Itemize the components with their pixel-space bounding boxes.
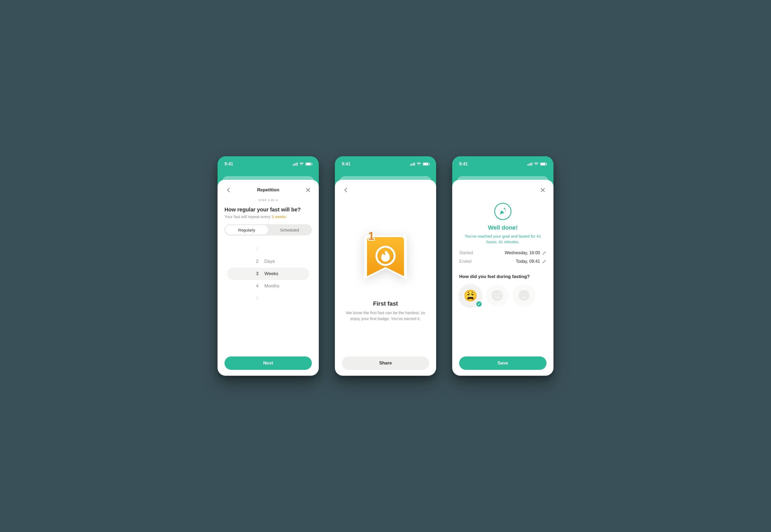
- back-button[interactable]: [342, 186, 349, 194]
- mood-selector: 😩: [459, 284, 546, 307]
- started-row: Started Wednesday, 16:00: [459, 250, 546, 255]
- celebration-icon: [494, 203, 511, 220]
- question-subtitle: Your fast will repeat every 3 weeks: [225, 214, 312, 219]
- cellular-icon: [410, 162, 415, 166]
- status-time: 9:41: [225, 162, 233, 166]
- battery-icon: [423, 162, 429, 166]
- status-time: 9:41: [459, 162, 468, 166]
- repeat-value: 3 weeks: [271, 214, 286, 219]
- status-indicators: [410, 162, 429, 166]
- question-title: How regular your fast will be?: [225, 207, 312, 213]
- phone-screen-complete: 9:41: [452, 156, 553, 376]
- mood-tired[interactable]: 😩: [459, 284, 482, 307]
- wifi-icon: [534, 162, 538, 166]
- svg-point-4: [505, 210, 506, 211]
- segment-regularly[interactable]: Regularly: [225, 225, 268, 235]
- wifi-icon: [299, 162, 304, 166]
- status-bar: 9:41: [452, 156, 553, 172]
- next-button[interactable]: Next: [225, 356, 312, 370]
- battery-icon: [540, 162, 546, 166]
- chevron-left-icon: [227, 188, 230, 192]
- sheet-title: Repetition: [257, 187, 279, 193]
- back-button[interactable]: [225, 186, 232, 194]
- relieved-face-icon: [491, 289, 504, 302]
- started-label: Started: [459, 250, 473, 255]
- starstruck-face-icon: [517, 289, 530, 302]
- welldone-title: Well done!: [459, 224, 546, 231]
- feel-question: How did you feel during fasting?: [459, 274, 546, 279]
- step-indicator: STEP 3 OF 4: [225, 199, 312, 202]
- share-button[interactable]: Share: [342, 356, 429, 370]
- mode-segment: Regularly Scheduled: [225, 224, 312, 235]
- status-indicators: [293, 162, 312, 166]
- svg-point-5: [492, 290, 502, 301]
- mood-energized[interactable]: [513, 284, 535, 307]
- svg-point-6: [519, 290, 529, 301]
- battery-icon: [305, 162, 312, 166]
- achievement-badge: 1: [360, 231, 411, 293]
- status-bar: 9:41: [335, 156, 436, 172]
- ended-row: Ended Today, 09:41: [459, 259, 546, 264]
- started-value: Wednesday, 16:00: [505, 250, 540, 255]
- cellular-icon: [527, 162, 532, 166]
- badge-description: We know the first fast can be the hardes…: [342, 310, 429, 322]
- ended-value: Today, 09:41: [516, 259, 540, 264]
- badge-number-icon: 1: [368, 231, 374, 242]
- cellular-icon: [293, 162, 298, 166]
- chevron-left-icon: [344, 188, 347, 192]
- status-bar: 9:41: [218, 156, 319, 172]
- mood-calm[interactable]: [486, 284, 508, 307]
- save-button[interactable]: Save: [459, 356, 546, 370]
- close-button[interactable]: [539, 186, 546, 194]
- welldone-subtitle: You've reached your goal and fasted for …: [459, 233, 546, 245]
- picker-selected-row: 3Weeks: [227, 268, 309, 280]
- interval-picker[interactable]: 1 2Days 3Weeks 4Months 5: [225, 243, 312, 305]
- close-button[interactable]: [304, 186, 312, 194]
- close-icon: [306, 188, 310, 192]
- edit-icon[interactable]: [542, 251, 546, 255]
- wifi-icon: [417, 162, 421, 166]
- svg-point-3: [504, 208, 505, 210]
- check-icon: [476, 301, 482, 307]
- edit-icon[interactable]: [542, 259, 546, 264]
- svg-text:1: 1: [368, 231, 374, 242]
- close-icon: [540, 188, 545, 192]
- badge-title: First fast: [373, 300, 398, 307]
- status-time: 9:41: [342, 162, 350, 166]
- phone-screen-badge: 9:41: [335, 156, 436, 376]
- ended-label: Ended: [459, 259, 471, 264]
- segment-scheduled[interactable]: Scheduled: [268, 225, 311, 235]
- status-indicators: [527, 162, 546, 166]
- weary-face-icon: 😩: [463, 289, 477, 302]
- phone-screen-repetition: 9:41 Repetition STEP 3 OF 4 How regular …: [218, 156, 319, 376]
